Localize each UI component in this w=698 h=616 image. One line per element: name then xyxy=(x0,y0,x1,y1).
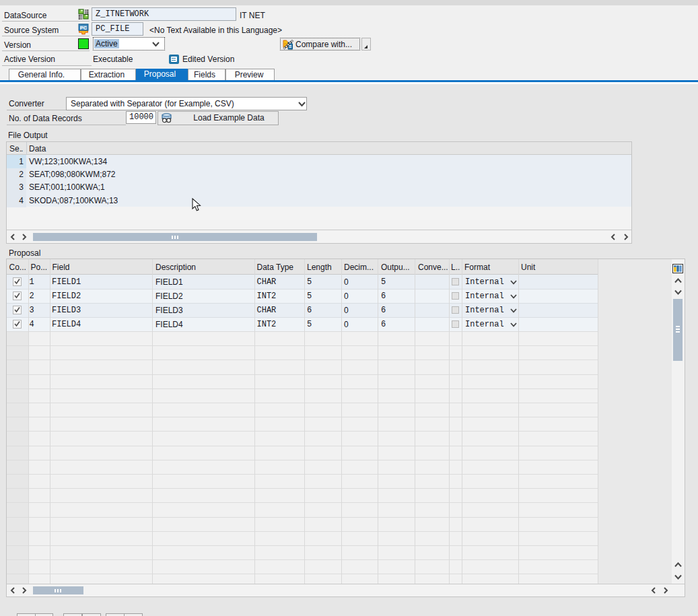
svg-text:PC: PC xyxy=(80,25,88,31)
